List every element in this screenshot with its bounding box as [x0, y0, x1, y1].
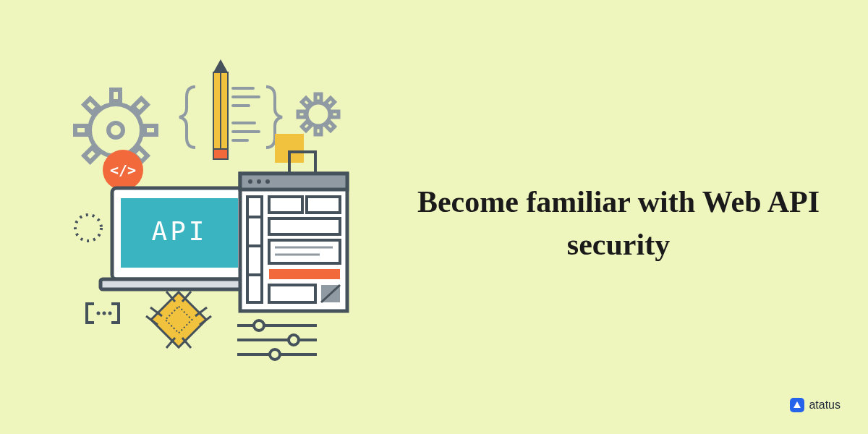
svg-rect-26: [331, 111, 339, 117]
svg-point-54: [97, 312, 101, 315]
svg-point-68: [254, 320, 264, 331]
svg-rect-23: [315, 94, 321, 101]
svg-text:API: API: [151, 216, 207, 246]
brand-logo-icon: [790, 398, 804, 412]
svg-rect-27: [326, 98, 335, 107]
svg-point-1: [109, 123, 123, 137]
chip-icon: [146, 292, 211, 348]
svg-point-70: [289, 335, 299, 345]
curly-brace-left-icon: [179, 87, 195, 148]
svg-rect-5: [145, 126, 156, 135]
svg-rect-36: [240, 174, 347, 190]
dotted-circle-icon: [75, 215, 101, 241]
laptop-icon: API: [101, 188, 258, 289]
svg-rect-25: [298, 111, 305, 117]
svg-rect-6: [133, 98, 148, 113]
browser-window-icon: [240, 174, 347, 311]
svg-rect-24: [315, 127, 321, 135]
svg-point-72: [270, 349, 280, 359]
svg-rect-28: [302, 122, 311, 131]
svg-rect-4: [75, 126, 87, 135]
svg-rect-15: [213, 149, 228, 159]
pencil-icon: [213, 59, 228, 159]
page-headline: Become familiar with Web API security: [416, 181, 821, 266]
svg-rect-8: [84, 98, 98, 113]
text-lines-icon: [233, 88, 259, 140]
svg-point-37: [248, 179, 252, 184]
sliders-icon: [237, 320, 317, 359]
svg-rect-50: [269, 269, 340, 279]
svg-rect-34: [101, 279, 258, 289]
svg-rect-57: [151, 292, 206, 347]
svg-point-39: [265, 179, 270, 184]
code-badge-icon: </>: [103, 150, 143, 190]
svg-point-0: [90, 104, 142, 156]
brand-name: atatus: [809, 399, 841, 412]
api-illustration: </>: [72, 58, 362, 362]
brackets-icon: [87, 304, 119, 323]
svg-marker-12: [213, 59, 228, 72]
svg-rect-7: [84, 148, 98, 162]
svg-point-55: [103, 312, 106, 315]
svg-rect-29: [302, 98, 311, 107]
brand-lockup: atatus: [790, 398, 841, 412]
svg-rect-2: [111, 90, 120, 101]
svg-text:</>: </>: [110, 161, 136, 179]
svg-rect-30: [326, 122, 335, 131]
svg-point-56: [109, 312, 112, 315]
svg-point-38: [257, 179, 261, 184]
